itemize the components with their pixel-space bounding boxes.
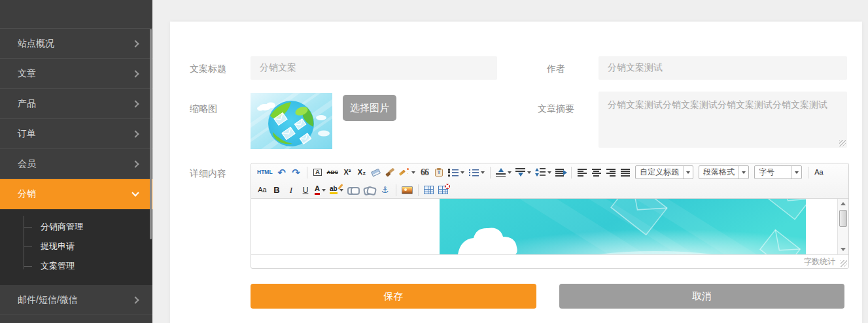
redo-button[interactable]: ↷ [290, 165, 303, 180]
sidebar-item-label: 文章 [18, 68, 36, 80]
editor-scrollbar[interactable] [837, 199, 848, 254]
line-height-icon [535, 168, 546, 177]
thumbnail-image [251, 93, 332, 149]
chevron-down-icon[interactable] [339, 189, 343, 192]
underline-button[interactable]: U [299, 183, 312, 197]
chevron-down-icon[interactable] [411, 171, 415, 174]
sidebar-subitem[interactable]: 文案管理 [0, 256, 152, 276]
custom-title-select[interactable]: 自定义标题 [635, 165, 693, 179]
sidebar-item[interactable]: 订单 [0, 119, 152, 149]
first-letter-case-button[interactable]: Aa [256, 183, 269, 197]
chevron-down-icon[interactable] [738, 166, 748, 178]
page: 站点概况文章产品订单会员分销分销商管理提现申请文案管理邮件/短信/微信 文案标题… [0, 0, 868, 323]
insert-table-icon [424, 186, 434, 194]
chevron-down-icon[interactable] [791, 166, 801, 178]
underline-icon: U [303, 186, 309, 194]
chevron-down-icon[interactable] [527, 171, 531, 174]
anchor-button[interactable]: ⚓ [379, 183, 392, 197]
auto-typeset-button[interactable] [398, 165, 417, 180]
sidebar-item[interactable]: 分销 [0, 179, 152, 209]
sidebar-item[interactable]: 邮件/短信/微信 [0, 285, 152, 315]
sidebar-item[interactable]: 产品 [0, 89, 152, 119]
chevron-down-icon[interactable] [508, 171, 512, 174]
sidebar-item-label: 站点概况 [18, 38, 54, 50]
unordered-list-button[interactable] [467, 165, 486, 180]
subscript-button[interactable]: X₂ [355, 165, 368, 180]
rich-text-editor: HTML↶↷AABCX²X₂66T自定义标题段落格式字号Aa AaBIUAab⚓ [251, 163, 849, 269]
remove-link-button[interactable] [362, 183, 377, 197]
highlight-color-button[interactable]: ab [328, 183, 345, 197]
scroll-down-arrow-icon[interactable] [838, 245, 848, 254]
ordered-list-button[interactable] [447, 165, 466, 180]
anchor-icon: ⚓ [381, 186, 389, 194]
paragraph-space-before-button[interactable] [495, 165, 513, 180]
case-change-button[interactable]: Aa [812, 165, 825, 180]
justify-left-button[interactable] [576, 165, 589, 180]
justify-right-button[interactable] [604, 165, 617, 180]
paragraph-space-after-button[interactable] [514, 165, 532, 180]
save-button[interactable]: 保存 [251, 284, 536, 309]
indent-button[interactable] [554, 165, 567, 180]
chevron-down-icon[interactable] [547, 171, 551, 174]
justify-center-button[interactable] [590, 165, 603, 180]
sidebar-subitem[interactable]: 提现申请 [0, 237, 152, 256]
insert-image-button[interactable] [400, 183, 414, 197]
content-label: 详细内容 [190, 168, 226, 180]
sidebar-item[interactable]: 文章 [0, 59, 152, 89]
title-input[interactable] [251, 56, 497, 80]
chevron-down-icon[interactable] [683, 166, 693, 178]
textarea-resize-grip[interactable] [839, 140, 846, 146]
sidebar-submenu: 分销商管理提现申请文案管理 [0, 209, 152, 285]
delete-table-button[interactable] [437, 183, 450, 197]
eraser-button[interactable] [370, 165, 383, 180]
sidebar-subitem-label: 提现申请 [41, 241, 75, 252]
blockquote-button[interactable]: 66 [418, 165, 431, 180]
editor-resize-grip[interactable] [841, 260, 847, 267]
chevron-right-icon [131, 296, 139, 303]
bold-button[interactable]: B [270, 183, 283, 197]
format-brush-button[interactable] [384, 165, 397, 180]
font-color-button[interactable]: A [313, 183, 327, 197]
content-image [440, 199, 806, 254]
sidebar-item-label: 邮件/短信/微信 [18, 294, 78, 306]
chevron-down-icon[interactable] [481, 171, 485, 174]
sidebar-item[interactable]: 会员 [0, 149, 152, 179]
editor-content-area[interactable] [251, 199, 848, 254]
paste-plain-text-button[interactable]: T [432, 165, 445, 180]
toolbar-row-2: AaBIUAab⚓ [251, 181, 848, 199]
insert-image-icon [402, 186, 413, 194]
chevron-right-icon [131, 160, 139, 167]
author-label: 作者 [517, 63, 595, 75]
summary-textarea[interactable]: 分销文案测试分销文案测试分销文案测试分销文案测试 [599, 92, 847, 148]
italic-button[interactable]: I [285, 183, 298, 197]
editor-scrollbar-thumb[interactable] [839, 210, 847, 227]
sidebar-scrollbar-thumb[interactable] [150, 29, 152, 239]
remove-link-icon [364, 187, 376, 193]
scroll-up-arrow-icon[interactable] [838, 199, 848, 209]
remove-format-icon: ABC [327, 170, 338, 175]
justify-full-button[interactable] [619, 165, 632, 180]
insert-link-button[interactable] [346, 183, 361, 197]
insert-table-button[interactable] [423, 183, 436, 197]
font-size-select[interactable]: 字号 [754, 165, 802, 179]
word-count-label: 字数统计 [804, 256, 835, 267]
toolbar-separator [396, 184, 396, 196]
source-code-button[interactable]: HTML [256, 165, 274, 180]
choose-image-button[interactable]: 选择图片 [343, 95, 396, 121]
chevron-down-icon[interactable] [460, 171, 464, 174]
format-match-button[interactable]: A [311, 165, 324, 180]
source-code-icon: HTML [257, 169, 273, 175]
toolbar-row-1: HTML↶↷AABCX²X₂66T自定义标题段落格式字号Aa [251, 163, 848, 181]
cancel-button[interactable]: 取消 [559, 284, 844, 309]
paragraph-format-select[interactable]: 段落格式 [699, 165, 749, 179]
author-input[interactable] [599, 56, 847, 80]
chevron-down-icon[interactable] [322, 189, 326, 192]
undo-button[interactable]: ↶ [275, 165, 288, 180]
remove-format-button[interactable]: ABC [326, 165, 339, 180]
line-height-button[interactable] [534, 165, 553, 180]
sidebar-item[interactable]: 站点概况 [0, 29, 152, 59]
format-match-icon: A [313, 169, 322, 176]
superscript-button[interactable]: X² [341, 165, 354, 180]
sidebar-subitem[interactable]: 分销商管理 [0, 217, 152, 237]
sidebar-item-label: 会员 [18, 158, 36, 170]
